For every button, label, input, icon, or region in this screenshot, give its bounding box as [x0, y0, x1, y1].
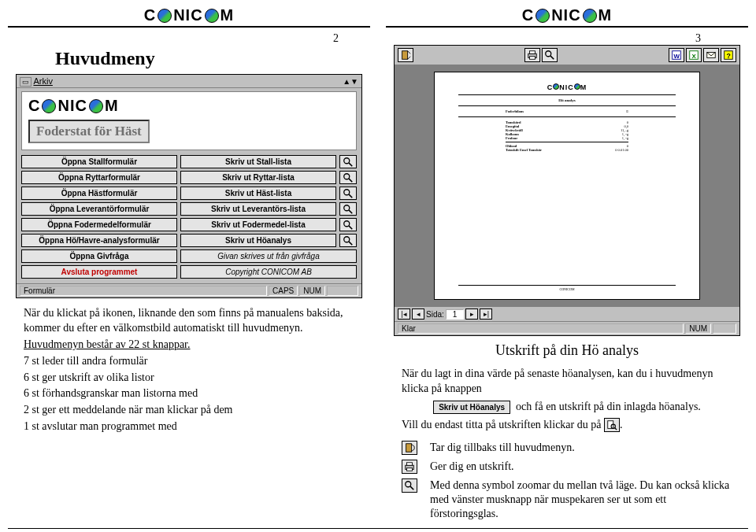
next-page-button[interactable]: ▸	[465, 308, 478, 320]
preview-button[interactable]	[339, 171, 357, 184]
window-updown-icon[interactable]: ▲▼	[343, 77, 358, 86]
magnifier-icon	[343, 157, 354, 168]
zoom-inline-button[interactable]	[402, 478, 417, 493]
doc-footer: CONICOM	[458, 285, 676, 291]
preview-inline-button[interactable]	[604, 418, 620, 432]
magnifier-icon	[343, 220, 354, 231]
magnifier-page-icon	[606, 419, 617, 430]
brand-logo: CNICM	[28, 97, 119, 115]
svg-rect-33	[407, 468, 413, 471]
back-to-menu-button[interactable]	[398, 48, 413, 62]
door-icon	[400, 50, 411, 61]
svg-line-29	[614, 428, 617, 430]
print-stall-lista-button[interactable]: Skriv ut Stall-lista	[180, 155, 336, 168]
print-ryttar-lista-button[interactable]: Skriv ut Ryttar-lista	[180, 171, 336, 184]
print-hoanalys-inline-button[interactable]: Skriv ut Höanalys	[433, 401, 510, 415]
page-label: Sida:	[426, 310, 444, 319]
preview-button[interactable]	[339, 234, 357, 247]
open-fodermedelformular-button[interactable]: Öppna Fodermedelformulär	[21, 218, 177, 231]
export-excel-button[interactable]: X	[686, 48, 702, 62]
prev-page-button[interactable]: ◂	[412, 308, 424, 320]
preview-page[interactable]: CNICM Hö analys FoderbilansE Tomskörd0 E…	[434, 72, 700, 300]
svg-point-6	[344, 205, 350, 210]
header-right: CNICM	[386, 6, 748, 28]
zoom-button[interactable]	[542, 48, 558, 62]
print-hoanalys-button[interactable]: Skriv ut Höanalys	[180, 234, 336, 247]
copyright-button[interactable]: Copyright CONICOM AB	[180, 265, 357, 279]
preview-button[interactable]	[339, 155, 357, 168]
print-leverantors-lista-button[interactable]: Skriv ut Leverantörs-lista	[180, 202, 336, 216]
svg-text:X: X	[691, 53, 696, 60]
para-line-5: 1 st avslutar man programmet med	[24, 419, 354, 434]
page-number-field[interactable]: 1	[446, 309, 465, 320]
para-line-3: 6 st förhandsgranskar man listorna med	[24, 386, 354, 401]
svg-rect-17	[530, 57, 536, 60]
magnifier-icon	[544, 50, 555, 61]
print-inline-button[interactable]	[402, 460, 417, 474]
para-buttons-count: Huvudmenyn består av 22 st knappar.	[24, 338, 191, 350]
open-hohavre-analysformular-button[interactable]: Öppna Hö/Havre-analysformulär	[21, 234, 177, 247]
svg-line-3	[349, 178, 352, 181]
svg-point-0	[344, 157, 350, 163]
button-grid: Öppna Stallformulär Skriv ut Stall-lista…	[17, 152, 361, 283]
open-givfraga-button[interactable]: Öppna Givfråga	[21, 249, 177, 263]
preview-button[interactable]	[339, 218, 357, 231]
page-number-left: 2	[8, 32, 370, 45]
printer-icon	[404, 461, 415, 472]
svg-point-2	[344, 173, 350, 179]
main-menu-window: ▭ Arkiv ▲▼ CNICM Foderstat för Häst Öppn…	[16, 74, 362, 298]
open-ryttarformular-button[interactable]: Öppna Ryttarformulär	[21, 171, 177, 184]
svg-line-5	[349, 194, 352, 197]
quit-button[interactable]: Avsluta programmet	[21, 265, 177, 279]
para-intro: När du klickat på ikonen, liknande den s…	[24, 306, 354, 336]
excel-icon: X	[688, 50, 699, 61]
open-hastformular-button[interactable]: Öppna Hästformulär	[21, 187, 177, 200]
preview-button[interactable]	[339, 202, 357, 216]
control-box-icon[interactable]: ▭	[20, 77, 32, 87]
first-page-button[interactable]: |◂	[398, 308, 410, 320]
preview-toolbar: W X ?	[395, 46, 739, 65]
svg-point-8	[344, 220, 350, 226]
svg-line-14	[408, 57, 411, 60]
globe-icon	[205, 9, 219, 23]
footer: 042-14 28 00 042-14 28 00	[8, 528, 748, 533]
magnifier-icon	[343, 172, 354, 183]
print-hast-lista-button[interactable]: Skriv ut Häst-lista	[180, 187, 336, 200]
right-title: Utskrift på din Hö analys	[386, 342, 748, 359]
print-button[interactable]	[524, 48, 540, 62]
open-stallformular-button[interactable]: Öppna Stallformulär	[21, 155, 177, 168]
svg-text:?: ?	[726, 52, 730, 60]
left-prose: När du klickat på ikonen, liknande den s…	[24, 306, 354, 436]
menu-arkiv[interactable]: Arkiv	[33, 76, 52, 86]
para-analys-2a: Vill du endast titta på utskriften klick…	[402, 419, 601, 430]
open-leverantorformular-button[interactable]: Öppna Leverantörformulär	[21, 202, 177, 216]
help-button[interactable]: ?	[721, 48, 736, 62]
svg-rect-16	[530, 51, 536, 54]
status-num: NUM	[685, 323, 711, 334]
export-word-button[interactable]: W	[669, 48, 684, 62]
window-banner: CNICM Foderstat för Häst	[21, 91, 357, 150]
magnifier-icon	[404, 480, 415, 491]
doc-heading: Hö analys	[458, 98, 676, 102]
globe-icon	[583, 9, 597, 23]
legend-magnifier-text: Med denna symbol zoomar du mellan två lä…	[430, 478, 732, 522]
svg-point-34	[406, 482, 411, 487]
svg-rect-32	[407, 463, 413, 466]
magnifier-icon	[343, 235, 354, 246]
svg-line-1	[349, 162, 352, 165]
print-fodermedel-lista-button[interactable]: Skriv ut Fodermedel-lista	[180, 218, 336, 231]
word-icon: W	[671, 50, 682, 61]
para-line-1: 7 st leder till andra formulär	[24, 354, 354, 369]
svg-text:W: W	[674, 53, 680, 60]
printer-icon	[527, 50, 538, 61]
preview-button[interactable]	[339, 187, 357, 200]
svg-rect-12	[402, 51, 408, 60]
header-left: CNICM	[8, 6, 370, 28]
print-preview-window: W X ? CNICM Hö analys FoderbilansE	[394, 45, 740, 336]
back-to-menu-inline-button[interactable]	[402, 441, 417, 455]
givan-info-button[interactable]: Givan skrives ut från givfråga	[180, 249, 357, 263]
globe-icon	[42, 99, 56, 113]
mail-button[interactable]	[703, 48, 719, 62]
last-page-button[interactable]: ▸|	[480, 308, 492, 320]
brand-logo: CNICM	[458, 83, 676, 91]
